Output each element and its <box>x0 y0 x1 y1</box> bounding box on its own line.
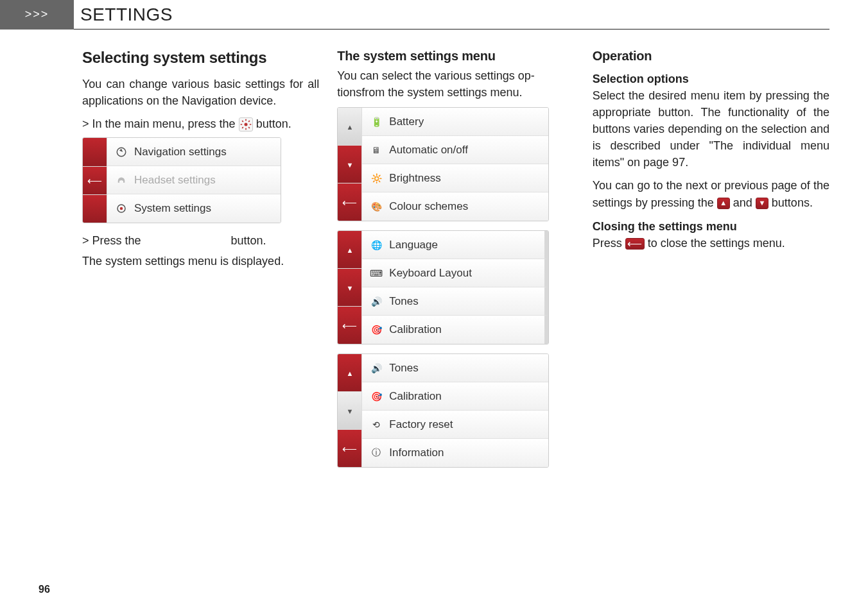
menu-item-navigation-settings[interactable]: Navigation settings <box>107 138 281 166</box>
menu-item-label: Brightness <box>389 172 440 185</box>
back-arrow-icon <box>342 196 357 208</box>
down-arrow-icon <box>346 158 353 170</box>
paging-text: You can go to the next or previous page … <box>593 177 829 210</box>
side-buttons <box>338 231 362 344</box>
closing-text-b: to close the settings menu. <box>648 237 785 250</box>
heading-closing-menu: Closing the settings menu <box>593 220 829 234</box>
menu-item-brightness[interactable]: 🔆Brightness <box>362 164 548 192</box>
scroll-down-button[interactable] <box>83 195 107 223</box>
menu-item-battery[interactable]: 🔋Battery <box>362 108 548 136</box>
svg-point-2 <box>120 207 123 210</box>
palette-icon: 🎨 <box>370 200 383 213</box>
header-bar: >>> SETTINGS <box>0 0 829 30</box>
menu-item-label: Factory reset <box>389 418 453 431</box>
column-2: The system settings menu You can select … <box>337 49 574 477</box>
scroll-up-button[interactable] <box>338 108 361 146</box>
scroll-down-button[interactable] <box>338 146 361 183</box>
heading-selecting-system-settings: Selecting system settings <box>82 49 319 67</box>
paging-text-b: and <box>733 196 756 209</box>
up-arrow-icon <box>346 244 353 255</box>
menu-list: 🔊Tones 🎯Calibration ⟲Factory reset ⓘInfo… <box>362 354 548 467</box>
target-icon: 🎯 <box>370 323 383 336</box>
brightness-icon: 🔆 <box>370 172 383 185</box>
back-button[interactable] <box>338 430 361 467</box>
menu-item-label: Headset settings <box>134 174 216 187</box>
menu-item-headset-settings[interactable]: Headset settings <box>107 166 281 194</box>
menu-item-factory-reset[interactable]: ⟲Factory reset <box>362 411 548 439</box>
target-icon: 🎯 <box>370 390 383 403</box>
back-button[interactable] <box>83 167 107 195</box>
menu-item-label: System settings <box>134 202 211 215</box>
up-arrow-icon <box>346 121 353 132</box>
settings-menu-page2: 🌐Language ⌨Keyboard Layout 🔊Tones 🎯Calib… <box>337 230 549 344</box>
back-icon <box>625 238 645 250</box>
side-buttons <box>338 354 362 467</box>
heading-system-settings-menu: The system settings menu <box>337 49 574 64</box>
menu-item-label: Tones <box>389 295 418 308</box>
menu-item-label: Keyboard Layout <box>389 267 472 280</box>
closing-text-a: Press <box>593 237 625 250</box>
settings-menu-page1: 🔋Battery 🖥Automatic on/off 🔆Brightness 🎨… <box>337 107 549 221</box>
step-text-end: button. <box>231 234 266 247</box>
menu-list: 🌐Language ⌨Keyboard Layout 🔊Tones 🎯Calib… <box>362 231 548 344</box>
column-3: Operation Selection options Select the d… <box>593 49 829 477</box>
reset-icon: ⟲ <box>370 418 383 431</box>
menu-item-auto-onoff[interactable]: 🖥Automatic on/off <box>362 136 548 164</box>
menu-item-label: Information <box>389 446 444 459</box>
menu-item-tones[interactable]: 🔊Tones <box>362 287 548 316</box>
up-arrow-icon <box>346 367 353 378</box>
menu-item-tones[interactable]: 🔊Tones <box>362 354 548 382</box>
compass-icon <box>115 146 128 158</box>
scroll-up-button[interactable] <box>338 231 361 269</box>
scroll-down-button[interactable] <box>338 392 361 430</box>
step-text: > Press the <box>82 234 144 247</box>
step-text: > In the main menu, press the <box>82 117 239 130</box>
battery-icon: 🔋 <box>370 115 383 128</box>
globe-icon: 🌐 <box>370 239 383 251</box>
back-arrow-icon <box>87 174 102 187</box>
menu-item-label: Language <box>389 239 438 251</box>
gear-icon <box>115 202 128 215</box>
menu-item-keyboard-layout[interactable]: ⌨Keyboard Layout <box>362 259 548 287</box>
settings-menu-page3: 🔊Tones 🎯Calibration ⟲Factory reset ⓘInfo… <box>337 353 549 468</box>
back-arrow-icon <box>342 319 357 332</box>
heading-selection-options: Selection options <box>593 72 829 86</box>
settings-gear-icon <box>239 117 253 132</box>
scroll-up-button[interactable] <box>338 354 361 392</box>
menu-item-calibration[interactable]: 🎯Calibration <box>362 382 548 411</box>
submenu-intro: You can select the various settings op­t… <box>337 67 574 101</box>
column-1: Selecting system settings You can change… <box>82 49 319 477</box>
main-nav-menu: Navigation settings Headset settings Sys… <box>82 137 281 223</box>
page-number: 96 <box>39 584 50 595</box>
step-press-system-settings: > Press the button. <box>82 232 319 249</box>
closing-text: Press to close the settings menu. <box>593 235 829 251</box>
menu-item-information[interactable]: ⓘInformation <box>362 439 548 467</box>
menu-item-calibration[interactable]: 🎯Calibration <box>362 316 548 344</box>
step-text-end: but­ton. <box>256 117 291 130</box>
page-title: SETTINGS <box>80 4 173 25</box>
menu-list: 🔋Battery 🖥Automatic on/off 🔆Brightness 🎨… <box>362 108 548 221</box>
menu-item-system-settings[interactable]: System settings <box>107 194 281 223</box>
menu-item-language[interactable]: 🌐Language <box>362 231 548 259</box>
scroll-down-button[interactable] <box>338 269 361 307</box>
menu-item-label: Navigation settings <box>134 146 227 158</box>
menu-item-label: Colour schemes <box>389 200 468 213</box>
scroll-up-button[interactable] <box>83 138 107 166</box>
menu-item-colour-schemes[interactable]: 🎨Colour schemes <box>362 192 548 221</box>
power-icon: 🖥 <box>370 144 383 157</box>
speaker-icon: 🔊 <box>370 295 383 308</box>
step-main-menu: > In the main menu, press the but­ton. <box>82 115 319 132</box>
info-icon: ⓘ <box>370 446 383 459</box>
side-buttons <box>338 108 362 221</box>
back-arrow-icon <box>342 443 357 455</box>
intro-paragraph: You can change various basic settings fo… <box>82 76 319 109</box>
back-button[interactable] <box>338 307 361 344</box>
speaker-icon: 🔊 <box>370 362 383 375</box>
back-button[interactable] <box>338 183 361 221</box>
menu-item-label: Battery <box>389 115 424 128</box>
selection-options-text: Select the desired menu item by press­in… <box>593 87 829 171</box>
result-text: The system settings menu is displayed. <box>82 253 319 269</box>
keyboard-icon: ⌨ <box>370 267 383 280</box>
menu-item-label: Tones <box>389 362 418 375</box>
paging-text-c: buttons. <box>772 196 813 209</box>
